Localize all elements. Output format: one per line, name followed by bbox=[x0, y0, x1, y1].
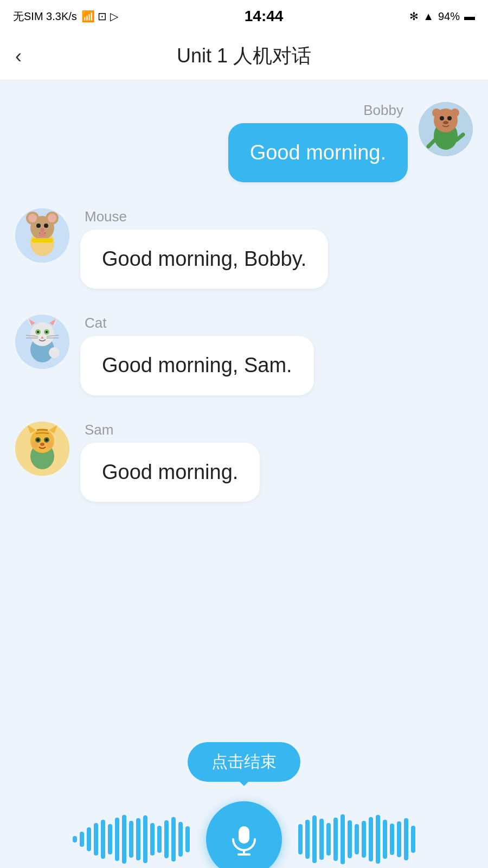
avatar-mouse bbox=[15, 208, 69, 263]
bottom-bar: 点击结束 bbox=[0, 731, 488, 868]
waveform-bar bbox=[101, 820, 105, 859]
wifi-icon: ▲ bbox=[423, 10, 434, 23]
mic-icon bbox=[227, 822, 261, 857]
sam-avatar-svg bbox=[15, 422, 69, 476]
waveform-bar bbox=[305, 820, 310, 859]
mic-button[interactable] bbox=[206, 801, 282, 868]
svg-rect-21 bbox=[31, 238, 53, 242]
speaker-name-mouse: Mouse bbox=[80, 208, 328, 225]
svg-point-46 bbox=[37, 438, 40, 441]
svg-rect-51 bbox=[239, 826, 249, 844]
waveform-bar bbox=[129, 821, 133, 858]
svg-point-32 bbox=[46, 331, 48, 333]
waveform-bar bbox=[376, 815, 380, 864]
speaker-name-bobby: Bobby bbox=[359, 102, 408, 119]
waveform-bar bbox=[185, 826, 190, 852]
svg-point-4 bbox=[451, 108, 459, 117]
waveform-bar bbox=[411, 826, 415, 853]
svg-point-20 bbox=[39, 233, 46, 237]
waveform-bar bbox=[80, 832, 84, 847]
waveform-bar bbox=[171, 817, 176, 861]
waveform-bar bbox=[178, 822, 183, 857]
waveform-bar bbox=[73, 836, 77, 843]
battery-text: 94% bbox=[438, 10, 460, 23]
waveform-bar bbox=[157, 826, 162, 853]
waveform-bar bbox=[108, 824, 112, 854]
svg-point-48 bbox=[40, 443, 44, 446]
mouse-avatar-svg bbox=[15, 208, 69, 263]
waveform-left bbox=[73, 812, 190, 866]
bubble-cat[interactable]: Good morning, Sam. bbox=[80, 336, 314, 395]
cat-avatar-svg bbox=[15, 315, 69, 369]
signal-icons: 📶 ⊡ ▷ bbox=[81, 10, 118, 23]
waveform-bar bbox=[341, 814, 345, 864]
svg-point-17 bbox=[36, 224, 41, 228]
waveform-bar bbox=[115, 818, 119, 861]
waveform-bar bbox=[298, 824, 303, 854]
bluetooth-icon: ✻ bbox=[409, 10, 419, 23]
waveform-bar bbox=[397, 821, 401, 857]
end-button[interactable]: 点击结束 bbox=[188, 742, 300, 782]
signal-text: 无SIM 3.3K/s bbox=[13, 9, 77, 24]
bubble-container-bobby: Bobby Good morning. bbox=[228, 102, 408, 182]
page-title: Unit 1 人机对话 bbox=[177, 43, 311, 69]
message-row-sam: Sam Good morning. bbox=[15, 422, 473, 502]
svg-point-49 bbox=[31, 441, 38, 448]
svg-point-31 bbox=[37, 331, 39, 333]
avatar-bobby bbox=[419, 102, 473, 156]
bubble-bobby[interactable]: Good morning. bbox=[228, 123, 408, 182]
svg-point-24 bbox=[30, 322, 54, 346]
message-row-mouse: Mouse Good morning, Bobby. bbox=[15, 208, 473, 289]
message-row-cat: Cat Good morning, Sam. bbox=[15, 315, 473, 395]
svg-point-18 bbox=[44, 224, 48, 228]
waveform-bar bbox=[369, 817, 373, 861]
waveform-bar bbox=[333, 818, 338, 861]
waveform-bar bbox=[390, 824, 394, 855]
chat-area: Bobby Good morning. bbox=[0, 80, 488, 731]
svg-point-16 bbox=[48, 214, 56, 222]
avatar-sam bbox=[15, 422, 69, 476]
waveform-bar bbox=[94, 823, 98, 856]
speaker-name-sam: Sam bbox=[80, 422, 260, 438]
waveform-bar bbox=[319, 819, 324, 860]
message-row-bobby: Bobby Good morning. bbox=[15, 102, 473, 182]
waveform-bar bbox=[326, 823, 331, 856]
bubble-sam[interactable]: Good morning. bbox=[80, 443, 260, 502]
bubble-container-mouse: Mouse Good morning, Bobby. bbox=[80, 208, 328, 289]
svg-point-47 bbox=[46, 438, 48, 441]
waveform-bar bbox=[150, 823, 155, 856]
svg-point-50 bbox=[47, 441, 53, 448]
avatar-cat bbox=[15, 315, 69, 369]
waveform-bar bbox=[164, 820, 169, 858]
waveform-bar bbox=[136, 818, 140, 860]
waveform-bar bbox=[348, 820, 352, 858]
bubble-mouse[interactable]: Good morning, Bobby. bbox=[80, 229, 328, 289]
waveform-bar bbox=[143, 815, 147, 863]
svg-point-38 bbox=[49, 347, 60, 358]
svg-point-3 bbox=[432, 108, 441, 117]
svg-point-7 bbox=[443, 121, 448, 124]
status-bar: 无SIM 3.3K/s 📶 ⊡ ▷ 14:44 ✻ ▲ 94% ▬ bbox=[0, 0, 488, 33]
waveform-bar bbox=[383, 820, 387, 859]
bobby-avatar-svg bbox=[419, 102, 473, 156]
bubble-container-cat: Cat Good morning, Sam. bbox=[80, 315, 314, 395]
svg-point-14 bbox=[28, 214, 37, 222]
waveform-bar bbox=[312, 815, 317, 863]
back-button[interactable]: ‹ bbox=[15, 45, 22, 68]
bubble-container-sam: Sam Good morning. bbox=[80, 422, 260, 502]
waveform-bar bbox=[122, 815, 126, 864]
app-header: ‹ Unit 1 人机对话 bbox=[0, 33, 488, 80]
waveform-bar bbox=[404, 818, 408, 860]
mic-row bbox=[0, 796, 488, 868]
waveform-right bbox=[298, 812, 415, 866]
svg-point-5 bbox=[440, 116, 444, 120]
status-right: ✻ ▲ 94% ▬ bbox=[409, 10, 475, 23]
waveform-bar bbox=[362, 821, 366, 858]
battery-icon: ▬ bbox=[464, 10, 475, 23]
speaker-name-cat: Cat bbox=[80, 315, 314, 331]
waveform-bar bbox=[87, 827, 91, 851]
svg-point-19 bbox=[40, 228, 44, 232]
clock: 14:44 bbox=[245, 8, 284, 25]
status-left: 无SIM 3.3K/s 📶 ⊡ ▷ bbox=[13, 9, 118, 24]
waveform-bar bbox=[355, 824, 359, 854]
